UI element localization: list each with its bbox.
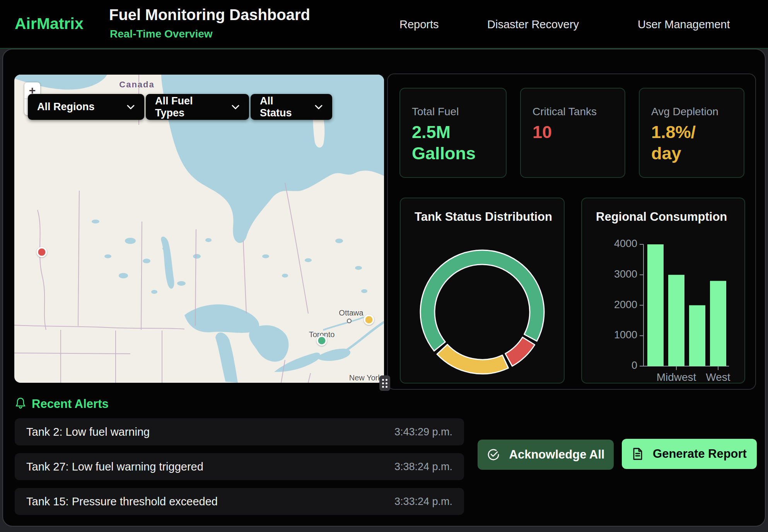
nav-user-management[interactable]: User Management bbox=[638, 0, 730, 49]
bell-icon bbox=[15, 397, 26, 411]
total-fuel-label: Total Fuel bbox=[412, 106, 494, 118]
generate-report-label: Generate Report bbox=[653, 447, 747, 461]
avg-depletion-value: 1.8%/day bbox=[651, 122, 732, 164]
total-fuel-card: Total Fuel 2.5MGallons bbox=[399, 88, 507, 178]
svg-text:3000: 3000 bbox=[614, 268, 637, 280]
bar-0 bbox=[647, 244, 664, 366]
map-filter-bar: All Regions All Fuel Types All Status bbox=[28, 94, 332, 120]
alert-timestamp: 3:43:29 p.m. bbox=[394, 426, 452, 438]
acknowledge-all-label: Acknowledge All bbox=[509, 448, 605, 462]
page-title: Fuel Monitoring Dashboard bbox=[109, 6, 310, 24]
fuel-type-filter-dropdown[interactable]: All Fuel Types bbox=[146, 94, 249, 120]
region-filter-label: All Regions bbox=[37, 101, 95, 113]
city-label: Ottawa bbox=[339, 309, 363, 317]
alert-row: Tank 27: Low fuel warning triggered 3:38… bbox=[15, 453, 464, 480]
metrics-panel: Total Fuel 2.5MGallons Critical Tanks 10… bbox=[387, 73, 756, 390]
document-icon bbox=[632, 447, 643, 460]
svg-text:0: 0 bbox=[631, 360, 637, 371]
red-tank-marker[interactable] bbox=[37, 247, 47, 257]
svg-text:2000: 2000 bbox=[614, 299, 637, 310]
region-filter-dropdown[interactable]: All Regions bbox=[28, 94, 144, 120]
app-logo: AirMatrix bbox=[15, 15, 84, 33]
dashboard-page: AirMatrix Fuel Monitoring Dashboard Real… bbox=[0, 0, 768, 532]
critical-tanks-card: Critical Tanks 10 bbox=[520, 88, 625, 178]
map-resize-handle[interactable] bbox=[379, 375, 390, 391]
donut-chart-title: Tank Status Distribution bbox=[415, 210, 552, 224]
nav-reports[interactable]: Reports bbox=[399, 0, 439, 49]
svg-text:1000: 1000 bbox=[614, 329, 637, 341]
critical-tanks-value: 10 bbox=[532, 122, 613, 143]
avg-depletion-label: Avg Depletion bbox=[651, 106, 732, 118]
bar-1 bbox=[668, 275, 684, 366]
yellow-segment bbox=[437, 344, 509, 374]
tank-status-distribution-card: Tank Status Distribution bbox=[400, 198, 565, 384]
green-segment bbox=[420, 250, 544, 351]
alert-text: Tank 27: Low fuel warning triggered bbox=[26, 460, 203, 473]
alert-text: Tank 15: Pressure threshold exceeded bbox=[26, 495, 218, 508]
bar-3 bbox=[710, 281, 726, 367]
chevron-down-icon bbox=[221, 104, 240, 110]
alert-text: Tank 2: Low fuel warning bbox=[26, 426, 150, 438]
bar-chart-title: Regional Consumption bbox=[596, 210, 727, 224]
status-filter-dropdown[interactable]: All Status bbox=[251, 94, 332, 120]
page-subtitle: Real-Time Overview bbox=[110, 28, 213, 40]
fuel-type-filter-label: All Fuel Types bbox=[155, 95, 221, 119]
generate-report-button[interactable]: Generate Report bbox=[622, 439, 757, 469]
alert-row: Tank 15: Pressure threshold exceeded 3:3… bbox=[15, 488, 464, 515]
yellow-tank-marker[interactable] bbox=[364, 315, 374, 325]
check-circle-icon bbox=[487, 448, 500, 461]
chevron-down-icon bbox=[116, 104, 135, 110]
status-filter-label: All Status bbox=[260, 95, 304, 119]
country-label: Canada bbox=[119, 80, 154, 90]
regional-consumption-card: Regional Consumption 01000200030004000Mi… bbox=[581, 198, 745, 384]
chevron-down-icon bbox=[304, 104, 323, 110]
total-fuel-value: 2.5MGallons bbox=[412, 122, 494, 164]
city-label: New York bbox=[349, 373, 382, 382]
critical-tanks-label: Critical Tanks bbox=[532, 106, 613, 118]
regional-consumption-bar-chart: 01000200030004000MidwestWest bbox=[582, 198, 746, 383]
nav-disaster-recovery[interactable]: Disaster Recovery bbox=[487, 0, 579, 49]
svg-text:4000: 4000 bbox=[614, 238, 637, 249]
alert-timestamp: 3:38:24 p.m. bbox=[394, 461, 452, 473]
recent-alerts-heading: Recent Alerts bbox=[32, 397, 109, 411]
acknowledge-all-button[interactable]: Acknowledge All bbox=[478, 440, 614, 470]
app-header: AirMatrix Fuel Monitoring Dashboard Real… bbox=[0, 0, 768, 49]
bar-2 bbox=[689, 305, 705, 367]
green-tank-marker[interactable] bbox=[317, 336, 327, 346]
avg-depletion-card: Avg Depletion 1.8%/day bbox=[639, 88, 744, 178]
svg-text:Midwest: Midwest bbox=[657, 371, 696, 383]
svg-text:West: West bbox=[706, 371, 730, 383]
tank-status-donut-chart bbox=[401, 198, 565, 383]
alert-row: Tank 2: Low fuel warning 3:43:29 p.m. bbox=[15, 418, 464, 445]
red-segment bbox=[505, 337, 535, 366]
alert-timestamp: 3:33:24 p.m. bbox=[394, 496, 452, 508]
tank-map[interactable]: CanadaOttawaTorontoNew York + − All Regi… bbox=[14, 75, 384, 383]
